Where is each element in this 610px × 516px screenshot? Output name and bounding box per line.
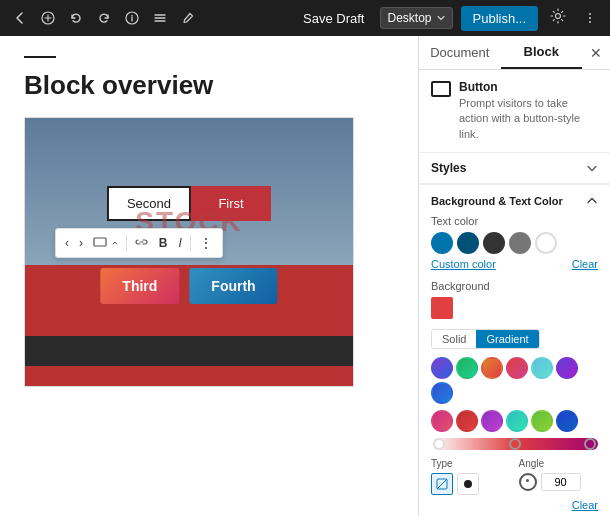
- grad-swatch-orange-red[interactable]: [481, 357, 503, 379]
- bg-text-header: Background & Text Color: [431, 195, 598, 207]
- grad-swatch-teal[interactable]: [506, 410, 528, 432]
- top-bar: Save Draft Desktop Publish...: [0, 0, 610, 36]
- type-icons: [431, 473, 511, 495]
- type-box: Type: [431, 458, 511, 495]
- grad-swatch-light-blue[interactable]: [531, 357, 553, 379]
- grad-swatch-red-pink[interactable]: [506, 357, 528, 379]
- image-block: Second First STOCK ‹ ›: [24, 117, 354, 387]
- block-icon: [431, 81, 451, 97]
- angle-label: Angle: [519, 458, 599, 469]
- add-block-button[interactable]: [36, 6, 60, 30]
- toolbar-italic[interactable]: I: [174, 233, 185, 253]
- clear-bottom-row: Clear: [431, 495, 598, 515]
- text-color-white[interactable]: [535, 232, 557, 254]
- tab-block[interactable]: Block: [501, 36, 583, 69]
- type-angle-row: Type Angle: [431, 458, 598, 495]
- text-color-label: Text color: [431, 215, 598, 227]
- toolbar-more[interactable]: ⋮: [195, 232, 217, 254]
- svg-point-5: [589, 21, 591, 23]
- page-title: Block overview: [24, 70, 394, 101]
- publish-button[interactable]: Publish...: [461, 6, 538, 31]
- main-content: Block overview Second First STOCK ‹ ›: [0, 36, 610, 516]
- toolbar-next[interactable]: ›: [75, 233, 87, 253]
- block-info-section: Button Prompt visitors to take action wi…: [419, 70, 610, 153]
- top-bar-center: Save Draft Desktop Publish...: [206, 4, 602, 32]
- block-text: Button Prompt visitors to take action wi…: [459, 80, 598, 142]
- third-button[interactable]: Third: [100, 268, 179, 304]
- grad-swatch-dark-blue[interactable]: [556, 410, 578, 432]
- styles-chevron-icon: [586, 162, 598, 174]
- gradient-tab[interactable]: Gradient: [476, 330, 538, 348]
- text-color-clear-link[interactable]: Clear: [572, 258, 598, 270]
- panel-tabs-row: Document Block ✕: [419, 36, 610, 70]
- grad-swatch-lime[interactable]: [531, 410, 553, 432]
- list-view-button[interactable]: [148, 6, 172, 30]
- styles-label: Styles: [431, 161, 466, 175]
- bg-text-title: Background & Text Color: [431, 195, 563, 207]
- styles-header[interactable]: Styles: [419, 153, 610, 184]
- background-label: Background: [431, 280, 598, 292]
- block-toolbar: ‹ › B I ⋮: [55, 228, 223, 258]
- undo-button[interactable]: [64, 6, 88, 30]
- custom-color-row: Custom color Clear: [431, 258, 598, 270]
- type-label: Type: [431, 458, 511, 469]
- grad-swatch-indigo[interactable]: [556, 357, 578, 379]
- gradient-bar-container: [431, 438, 598, 450]
- gradient-swatches-row1: [431, 357, 598, 404]
- fourth-button[interactable]: Fourth: [189, 268, 277, 304]
- tab-document[interactable]: Document: [419, 37, 501, 68]
- angle-indicator: [526, 479, 529, 482]
- svg-point-2: [131, 15, 132, 16]
- type-linear-button[interactable]: [431, 473, 453, 495]
- toolbar-format[interactable]: [89, 234, 122, 252]
- solid-gradient-tabs: Solid Gradient: [431, 329, 540, 349]
- styles-section: Styles: [419, 153, 610, 185]
- angle-box: Angle: [519, 458, 599, 491]
- panel-content: Button Prompt visitors to take action wi…: [419, 70, 610, 516]
- overflow-menu-button[interactable]: [578, 6, 602, 30]
- editor-area[interactable]: Block overview Second First STOCK ‹ ›: [0, 36, 418, 516]
- custom-color-link[interactable]: Custom color: [431, 258, 496, 270]
- type-radial-button[interactable]: [457, 473, 479, 495]
- redo-button[interactable]: [92, 6, 116, 30]
- grad-swatch-purple[interactable]: [481, 410, 503, 432]
- grad-swatch-blue[interactable]: [431, 382, 453, 404]
- gradient-handle-mid[interactable]: [509, 438, 521, 450]
- toolbar-sep1: [126, 235, 127, 251]
- angle-input[interactable]: [541, 473, 581, 491]
- svg-rect-6: [94, 238, 106, 246]
- solid-tab[interactable]: Solid: [432, 330, 476, 348]
- top-bar-left: [8, 6, 200, 30]
- button-group-bottom: Third Fourth: [100, 268, 277, 304]
- angle-circle[interactable]: [519, 473, 537, 491]
- background-color-preview[interactable]: [431, 297, 453, 319]
- block-label: Button: [459, 80, 598, 94]
- back-button[interactable]: [8, 6, 32, 30]
- grad-swatch-green[interactable]: [456, 357, 478, 379]
- text-color-gray[interactable]: [509, 232, 531, 254]
- bg-text-chevron-icon: [586, 195, 598, 207]
- block-info-row: Button Prompt visitors to take action wi…: [431, 80, 598, 142]
- grad-swatch-purple-blue[interactable]: [431, 357, 453, 379]
- settings-button[interactable]: [546, 4, 570, 32]
- text-color-blue[interactable]: [431, 232, 453, 254]
- desktop-selector[interactable]: Desktop: [380, 7, 452, 29]
- gradient-handle-left[interactable]: [433, 438, 445, 450]
- desktop-label: Desktop: [387, 11, 431, 25]
- toolbar-link[interactable]: [131, 234, 152, 252]
- text-color-dark-blue[interactable]: [457, 232, 479, 254]
- toolbar-prev[interactable]: ‹: [61, 233, 73, 253]
- toolbar-sep2: [190, 235, 191, 251]
- gradient-clear-link[interactable]: Clear: [572, 499, 598, 511]
- edit-button[interactable]: [176, 6, 200, 30]
- angle-input-row: [519, 473, 599, 491]
- grad-swatch-red[interactable]: [456, 410, 478, 432]
- text-color-black[interactable]: [483, 232, 505, 254]
- grad-swatch-pink[interactable]: [431, 410, 453, 432]
- info-button[interactable]: [120, 6, 144, 30]
- editor-divider: [24, 56, 56, 58]
- save-draft-button[interactable]: Save Draft: [295, 7, 372, 30]
- panel-close-button[interactable]: ✕: [582, 39, 610, 67]
- toolbar-bold[interactable]: B: [154, 233, 173, 253]
- gradient-handle-right[interactable]: [584, 438, 596, 450]
